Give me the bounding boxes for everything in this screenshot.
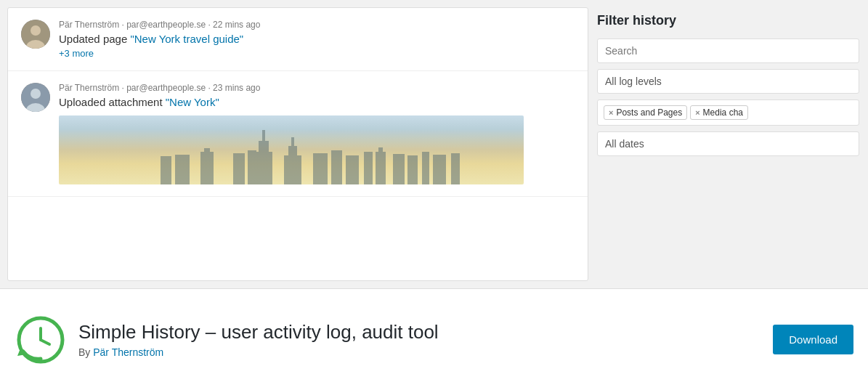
svg-line-31	[41, 340, 49, 344]
avatar-2	[21, 83, 50, 112]
plugin-author-link[interactable]: Pär Thernström	[93, 346, 163, 358]
svg-rect-14	[313, 153, 328, 184]
plugin-icon	[15, 314, 67, 366]
filter-search-input[interactable]	[597, 38, 859, 63]
filter-tag-label-posts-pages: Posts and Pages	[616, 107, 682, 118]
svg-point-4	[31, 89, 41, 99]
entry-email: par@earthpeople.se	[126, 20, 206, 30]
entry-email-2: par@earthpeople.se	[126, 83, 206, 93]
entry-action-2: Uploaded attachment "New York"	[59, 96, 575, 108]
filter-dates-select[interactable]: All dates	[597, 131, 859, 156]
svg-rect-26	[422, 152, 429, 184]
entry-action-link-2[interactable]: "New York"	[166, 96, 219, 108]
svg-rect-16	[346, 155, 359, 184]
filter-tag-close-media-changes[interactable]: ×	[695, 108, 699, 117]
entry-meta-1: Pär Thernström · par@earthpeople.se · 22…	[59, 20, 575, 30]
plugin-by-label: By	[78, 346, 90, 358]
svg-rect-23	[175, 155, 190, 184]
entry-action-1: Updated page "New York travel guide"	[59, 33, 575, 45]
svg-rect-20	[393, 154, 405, 184]
svg-rect-21	[233, 153, 245, 184]
activity-panel: Pär Thernström · par@earthpeople.se · 22…	[7, 7, 588, 281]
activity-entry-2: Pär Thernström · par@earthpeople.se · 23…	[8, 71, 588, 197]
plugin-bar: Simple History – user activity log, audi…	[0, 288, 868, 390]
svg-rect-13	[284, 155, 301, 184]
entry-time-2: 23 mins ago	[213, 83, 260, 93]
entry-more[interactable]: +3 more	[59, 48, 575, 59]
download-button[interactable]: Download	[773, 325, 853, 354]
filter-tag-label-media-changes: Media cha	[703, 107, 743, 118]
entry-action-link[interactable]: "New York travel guide"	[130, 33, 243, 45]
filter-panel: Filter history All log levels × Posts an…	[588, 0, 868, 288]
entry-time: 22 mins ago	[213, 20, 260, 30]
attachment-preview	[59, 115, 524, 184]
entry-content-2: Pär Thernström · par@earthpeople.se · 23…	[59, 83, 575, 184]
svg-point-1	[31, 25, 41, 36]
filter-tag-posts-pages: × Posts and Pages	[604, 105, 687, 120]
svg-rect-10	[255, 152, 272, 184]
filter-tags-container: × Posts and Pages × Media cha	[597, 99, 859, 126]
svg-rect-28	[451, 153, 460, 184]
svg-rect-19	[376, 152, 386, 184]
plugin-name: Simple History – user activity log, audi…	[78, 321, 761, 344]
entry-user: Pär Thernström	[59, 20, 119, 30]
entry-action-prefix: Updated page	[59, 33, 130, 45]
filter-log-levels-select[interactable]: All log levels	[597, 69, 859, 94]
svg-rect-24	[161, 156, 171, 184]
filter-tag-close-posts-pages[interactable]: ×	[609, 108, 613, 117]
svg-rect-17	[364, 152, 373, 184]
activity-entry-1: Pär Thernström · par@earthpeople.se · 22…	[8, 8, 588, 71]
svg-rect-25	[407, 155, 418, 184]
svg-rect-7	[200, 152, 214, 184]
entry-user-2: Pär Thernström	[59, 83, 119, 93]
entry-meta-2: Pär Thernström · par@earthpeople.se · 23…	[59, 83, 575, 93]
svg-rect-22	[248, 150, 256, 184]
filter-tag-media-changes: × Media cha	[690, 105, 748, 120]
avatar-1	[21, 20, 50, 49]
entry-content-1: Pär Thernström · par@earthpeople.se · 22…	[59, 20, 575, 59]
filter-title: Filter history	[597, 7, 859, 28]
plugin-info: Simple History – user activity log, audi…	[78, 321, 761, 358]
main-area: Pär Thernström · par@earthpeople.se · 22…	[0, 0, 868, 288]
svg-rect-27	[433, 155, 446, 184]
svg-rect-15	[331, 150, 342, 184]
entry-action-prefix-2: Uploaded attachment	[59, 96, 166, 108]
plugin-by: By Pär Thernström	[78, 346, 761, 358]
